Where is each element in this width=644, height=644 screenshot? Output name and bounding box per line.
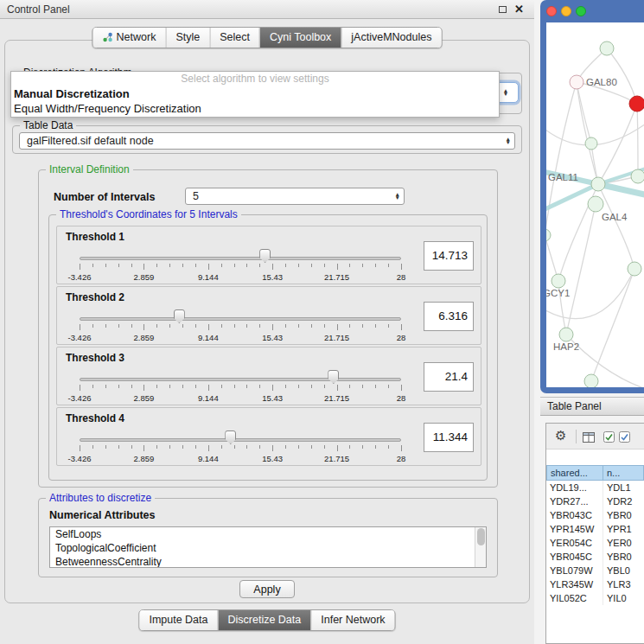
threshold-2-block: Threshold 2 -3.4262.8599.14415.4321.7152… (56, 286, 481, 345)
list-item[interactable]: TopologicalCoefficient (50, 541, 486, 555)
slider-track[interactable] (80, 378, 401, 381)
threshold-value-field[interactable]: 21.4 (424, 362, 474, 392)
table-row[interactable]: YBL079WYBL0 (546, 564, 644, 577)
tab-select[interactable]: Select (209, 28, 259, 48)
network-view-window: GAL80GAL11GAL4GCY1HAP2 (540, 0, 644, 393)
close-icon[interactable]: ✕ (514, 0, 524, 19)
table-row[interactable]: YER054CYER0 (546, 536, 644, 550)
table-cell: YLR3 (603, 577, 644, 591)
table-panel-title: Table Panel (547, 400, 602, 412)
network-node-label: GCY1 (546, 288, 570, 298)
slider-scale-label: 28 (397, 333, 406, 342)
mac-zoom-button[interactable] (576, 6, 586, 16)
mac-minimize-button[interactable] (561, 6, 571, 16)
tab-network[interactable]: Network (93, 28, 166, 48)
network-node[interactable] (629, 96, 644, 112)
slider-scale-label: -3.426 (68, 333, 92, 342)
network-canvas[interactable]: GAL80GAL11GAL4GCY1HAP2 (546, 22, 644, 387)
tab-cyni-toolbox[interactable]: Cyni Toolbox (259, 28, 341, 48)
table-data-combo[interactable]: galFiltered.sif default node ▲ ▼ (19, 132, 515, 150)
table-toolbar: ⚙ (546, 424, 644, 450)
gear-icon[interactable]: ⚙ (555, 428, 566, 443)
slider-thumb[interactable] (225, 430, 236, 444)
combo-value: galFiltered.sif default node (27, 135, 154, 147)
slider-thumb[interactable] (328, 370, 339, 384)
threshold-1-block: Threshold 1 -3.4262.8599.14415.4321.7152… (56, 226, 481, 284)
table-row[interactable]: YDR27...YDR2 (546, 494, 644, 508)
thresholds-group: Threshold's Coordinates for 5 Intervals … (48, 214, 488, 481)
table-header-row: shared... n... (546, 465, 644, 481)
deselect-all-checkbox-icon[interactable] (619, 430, 630, 446)
network-node[interactable] (628, 262, 641, 276)
slider-track[interactable] (80, 257, 401, 260)
slider-scale-label: -3.426 (68, 272, 92, 282)
column-header-shared-name[interactable]: shared... (546, 465, 603, 481)
tab-jactivemnodules[interactable]: jActiveMNodules (341, 28, 441, 48)
network-node[interactable] (600, 41, 614, 55)
column-header-name[interactable]: n... (603, 465, 644, 481)
slider-track[interactable] (80, 438, 401, 442)
list-item[interactable]: SelfLoops (50, 527, 486, 541)
table-cell: YPR145W (546, 522, 603, 536)
combo-stepper: ▲ ▼ (395, 193, 400, 201)
slider-track[interactable] (80, 317, 401, 321)
columns-icon[interactable] (583, 430, 595, 446)
threshold-value-field[interactable]: 6.316 (424, 302, 474, 331)
tab-discretize-data[interactable]: Discretize Data (218, 610, 311, 630)
network-node[interactable] (584, 374, 598, 387)
apply-button[interactable]: Apply (239, 580, 295, 598)
network-node[interactable] (631, 169, 644, 183)
list-scrollbar[interactable] (475, 527, 486, 567)
control-panel: Control Panel ✕ Network Style Select Cyn… (0, 0, 534, 644)
tab-label: Network (117, 31, 156, 43)
table-row[interactable]: YBR043CYBR0 (546, 508, 644, 522)
scrollbar-thumb[interactable] (477, 528, 485, 545)
group-title: Threshold's Coordinates for 5 Intervals (56, 208, 241, 220)
slider-scale-label: 15.43 (262, 272, 283, 282)
table-row[interactable]: YLR345WYLR3 (546, 577, 644, 591)
dropdown-option-manual-discretization[interactable]: Manual Discretization (11, 86, 499, 101)
slider-ticks (80, 324, 401, 331)
select-all-checkbox-icon[interactable] (603, 430, 615, 446)
network-graph: GAL80GAL11GAL4GCY1HAP2 (546, 22, 644, 387)
tab-label: Cyni Toolbox (270, 31, 331, 43)
slider-scale-label: -3.426 (68, 454, 92, 463)
network-edge (637, 104, 638, 176)
table-row[interactable]: YIL052CYIL0 (546, 591, 644, 605)
network-node[interactable] (546, 229, 551, 241)
network-node[interactable] (588, 196, 603, 212)
float-window-icon[interactable] (499, 6, 507, 13)
slider-scale-label: 2.859 (134, 272, 155, 282)
network-node[interactable] (585, 137, 597, 150)
threshold-value-field[interactable]: 14.713 (424, 241, 474, 271)
dropdown-option-equal-width[interactable]: Equal Width/Frequency Discretization (11, 101, 499, 116)
number-of-intervals-combo[interactable]: 5 ▲ ▼ (185, 188, 405, 205)
stepper-down-icon: ▼ (503, 92, 508, 97)
slider-thumb[interactable] (174, 309, 185, 323)
control-panel-titlebar: Control Panel ✕ (0, 0, 534, 19)
network-node[interactable] (591, 177, 605, 191)
tab-impute-data[interactable]: Impute Data (139, 610, 217, 630)
table-cell: YBR0 (603, 508, 644, 522)
table-row[interactable]: YDL19...YDL1 (546, 481, 644, 494)
combo-stepper: ▲ ▼ (506, 137, 511, 145)
table-row[interactable]: YBR045CYBR0 (546, 550, 644, 564)
network-node[interactable] (552, 274, 565, 288)
network-edge (607, 48, 637, 104)
threshold-3-slider: -3.4262.8599.14415.4321.71528 (80, 373, 401, 403)
network-edge (546, 82, 577, 235)
threshold-2-slider: -3.4262.8599.14415.4321.71528 (80, 313, 401, 342)
mac-close-button[interactable] (546, 6, 557, 16)
threshold-value-field[interactable]: 11.344 (424, 423, 474, 452)
slider-thumb[interactable] (259, 249, 271, 263)
network-node[interactable] (559, 328, 573, 341)
list-item[interactable]: BetweennessCentrality (50, 555, 486, 568)
tab-infer-network[interactable]: Infer Network (310, 610, 394, 630)
threshold-label: Threshold 2 (66, 291, 124, 303)
table-row[interactable]: YPR145WYPR1 (546, 522, 644, 536)
table-panel-header[interactable]: Table Panel (540, 397, 644, 416)
network-node-label: HAP2 (553, 341, 579, 352)
network-node[interactable] (570, 75, 583, 89)
table-cell: YBL079W (546, 564, 603, 577)
tab-style[interactable]: Style (165, 28, 209, 48)
